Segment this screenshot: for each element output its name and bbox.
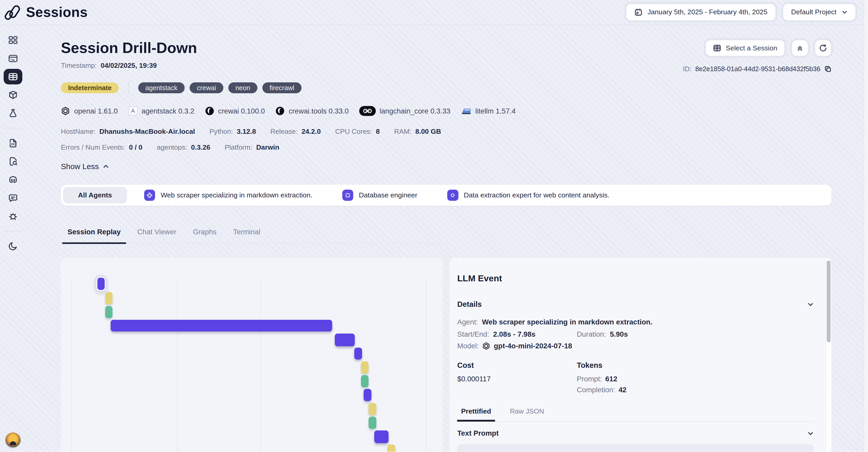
status-badge: Indeterminate: [61, 82, 119, 93]
browser-icon: [8, 53, 18, 64]
replay-event-bar[interactable]: [354, 348, 362, 360]
sidebar-item-packages[interactable]: [4, 87, 22, 103]
sidebar-divider: [4, 128, 22, 128]
agent-icon: [342, 190, 353, 201]
replay-event-bar[interactable]: [111, 320, 332, 331]
sidebar: DOC: [0, 24, 26, 452]
moon-icon: [8, 241, 18, 251]
chevron-down-icon[interactable]: [807, 430, 814, 437]
sidebar-item-sessions[interactable]: [4, 69, 22, 84]
agents-filter-bar: All Agents Web scraper specializing in m…: [61, 185, 831, 206]
chevron-down-icon[interactable]: [807, 301, 814, 308]
all-agents-button[interactable]: All Agents: [63, 187, 127, 204]
package-item: litellm 1.57.4: [461, 107, 516, 115]
agent-filter-item[interactable]: Database engineer: [342, 190, 417, 201]
chat-bubble-icon: [8, 193, 18, 203]
crewai-tools-icon: [275, 106, 285, 116]
model-label: Model:: [457, 342, 479, 350]
tab-graphs[interactable]: Graphs: [193, 228, 217, 243]
replay-event-bar[interactable]: [105, 292, 113, 304]
chevrons-up-icon: [796, 45, 804, 52]
agent-label: Agent:: [457, 318, 478, 326]
duration-value: 5.90s: [610, 330, 628, 338]
tab-prettified[interactable]: Prettified: [461, 407, 491, 421]
sidebar-item-evals[interactable]: [4, 106, 22, 121]
bug-icon: [8, 211, 18, 221]
sidebar-divider: [4, 231, 22, 232]
agentops-logo: [4, 4, 22, 21]
tab-terminal[interactable]: Terminal: [233, 228, 260, 243]
tag: agentstack: [138, 82, 185, 93]
gridline: [260, 278, 261, 452]
svg-text:DOC: DOC: [10, 142, 16, 146]
replay-event-bar[interactable]: [364, 389, 371, 401]
sidebar-item-logs[interactable]: [4, 153, 22, 169]
agent-filter-item[interactable]: Data extraction expert for web content a…: [447, 190, 610, 201]
page-scrollbar[interactable]: [864, 0, 868, 452]
sidebar-item-feedback[interactable]: [4, 190, 22, 206]
panel-scrollbar-track[interactable]: [826, 258, 831, 452]
openai-icon: [61, 106, 70, 116]
refresh-button[interactable]: [815, 40, 831, 56]
prompt-tokens-value: 612: [606, 375, 617, 383]
text-prompt-label: Text Prompt: [457, 429, 498, 438]
completion-tokens-label: Completion:: [577, 386, 615, 394]
cost-label: Cost: [457, 361, 577, 370]
sidebar-item-discord[interactable]: [4, 172, 22, 187]
sidebar-item-docs[interactable]: DOC: [4, 135, 22, 151]
doc-file-icon: DOC: [8, 138, 18, 148]
timestamp-value: 04/02/2025, 19:39: [100, 62, 157, 73]
host-info-row-2: Errors / Num Events:0 / 0 agentops:0.3.2…: [61, 143, 831, 151]
project-selector[interactable]: Default Project: [783, 4, 856, 21]
event-detail-panel: LLM Event Details Agent: Web scraper spe…: [450, 258, 832, 452]
top-bar: Sessions January 5th, 2025 - February 4t…: [0, 0, 868, 25]
panel-scrollbar-thumb[interactable]: [827, 261, 831, 342]
sidebar-item-bugs[interactable]: [4, 208, 22, 224]
package-item: crewai.tools 0.33.0: [275, 106, 348, 116]
user-avatar[interactable]: [5, 432, 21, 448]
tab-session-replay[interactable]: Session Replay: [67, 228, 121, 243]
date-range-label: January 5th, 2025 - February 4th, 2025: [648, 8, 768, 16]
replay-event-bar[interactable]: [369, 403, 376, 415]
package-item: agentstack 0.3.2: [128, 106, 194, 116]
crewai-icon: [205, 106, 214, 116]
agent-value: Web scraper specializing in markdown ext…: [482, 318, 652, 326]
select-session-button[interactable]: Select a Session: [705, 40, 785, 56]
chevron-down-icon: [841, 9, 847, 15]
collapse-button[interactable]: [792, 40, 808, 56]
replay-event-bar[interactable]: [388, 445, 395, 452]
agent-filter-item[interactable]: Web scraper specializing in markdown ext…: [144, 190, 312, 201]
prompt-tokens-label: Prompt:: [577, 375, 602, 383]
prompt-view-tabs: Prettified Raw JSON: [457, 407, 814, 421]
duration-label: Duration:: [577, 330, 606, 338]
copy-icon[interactable]: [825, 65, 832, 73]
gridline: [71, 278, 72, 452]
table-icon: [713, 44, 721, 52]
replay-event-bar[interactable]: [374, 430, 389, 443]
replay-event-bar[interactable]: [369, 417, 376, 429]
app-title: Sessions: [26, 4, 88, 20]
replay-event-bar[interactable]: [97, 278, 105, 290]
page-title: Session Drill-Down: [61, 40, 197, 56]
replay-event-bar[interactable]: [335, 334, 355, 346]
file-search-icon: [8, 156, 18, 167]
sidebar-item-projects[interactable]: [4, 51, 22, 66]
discord-icon: [8, 174, 18, 185]
agent-icon: [144, 190, 155, 201]
tag: crewai: [190, 82, 223, 93]
replay-event-bar[interactable]: [105, 306, 113, 318]
sidebar-item-dashboard[interactable]: [4, 32, 22, 48]
tag: firecrawl: [262, 82, 302, 93]
replay-event-bar[interactable]: [361, 361, 369, 373]
session-id-label: ID:: [683, 65, 691, 73]
replay-event-bar[interactable]: [361, 375, 369, 387]
tab-raw-json[interactable]: Raw JSON: [510, 407, 544, 421]
tab-chat-viewer[interactable]: Chat Viewer: [137, 228, 176, 243]
langchain-icon: [359, 106, 376, 116]
show-less-toggle[interactable]: Show Less: [61, 162, 831, 171]
package-item: langchain_core 0.3.33: [359, 106, 451, 116]
model-value: gpt-4o-mini-2024-07-18: [494, 342, 572, 350]
sidebar-item-dark-mode[interactable]: [4, 238, 22, 254]
package-item: crewai 0.100.0: [205, 106, 265, 116]
date-range-picker[interactable]: January 5th, 2025 - February 4th, 2025: [626, 4, 776, 21]
